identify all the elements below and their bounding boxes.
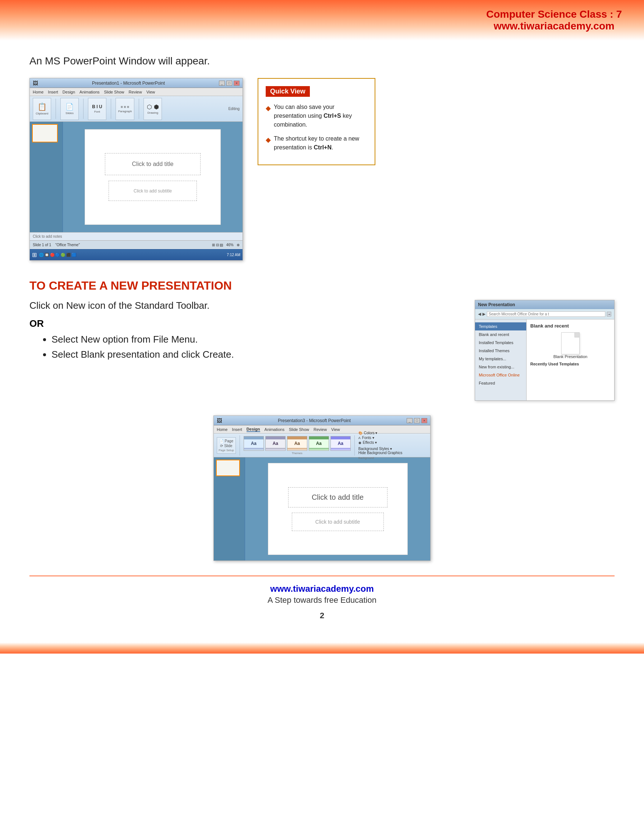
bullet-icon2: ◆ [266,135,271,152]
bullet-icon1: ◆ [266,104,271,129]
close-btn[interactable]: × [233,81,240,86]
ppt-titlebar2: 🖼 Presentation3 - Microsoft PowerPoint _… [214,416,430,425]
themes-row: Aa Aa Aa [244,436,351,451]
statusbar1: Slide 1 of 1 "Office Theme" ⊞ ⊟ ▤ 46% ⊕ [30,240,243,249]
sep1 [56,99,56,119]
slide-thumb2[interactable] [216,459,240,476]
slide2-subtitle-placeholder[interactable]: Click to add subtitle [292,513,384,531]
minimize-btn[interactable]: _ [219,81,225,86]
menu-slideshow[interactable]: Slide Show [104,90,124,94]
bg-styles-item[interactable]: Background Styles ▾ [359,447,403,451]
new-pres-dialog: New Presentation ◀ ▶ → Templates Blank a… [475,300,614,401]
or-text: OR [30,318,460,329]
menu-design[interactable]: Design [63,90,75,94]
bullet-item1: Select New option from File Menu. [52,334,460,345]
quick-view-title: Quick View [266,86,310,97]
page-setup-group: 📄 Page ⟳ Slide Page Setup [217,437,236,454]
quick-view-title-wrapper: Quick View [266,86,367,103]
theme3[interactable]: Aa [287,436,307,451]
slide2-title-placeholder[interactable]: Click to add title [288,487,387,508]
menu-animations[interactable]: Animations [80,90,99,94]
theme2[interactable]: Aa [265,436,285,451]
menu-review[interactable]: Review [129,90,142,94]
ppt-body1: Click to add title Click to add subtitle [30,122,243,232]
header-line1: Computer Science Class : 7 [486,8,622,20]
sidebar-installed-themes[interactable]: Installed Themes [475,347,526,355]
status-right: ⊞ ⊟ ▤ 46% ⊕ [212,243,240,247]
footer-url: www.tiwariacademy.com [30,583,614,594]
ppt-section1: 🖼 Presentation1 - Microsoft PowerPoint _… [30,78,614,260]
slide-main2: Click to add title Click to add subtitle [245,458,430,560]
slide-status: Slide 1 of 1 "Office Theme" [33,243,80,247]
restore-btn2[interactable]: □ [414,418,420,423]
colors-label: Colors ▾ [364,431,378,435]
font-group: B I U Font [88,98,107,120]
window-controls2: _ □ × [407,418,427,423]
menu-home[interactable]: Home [33,90,44,94]
slide1-title-placeholder[interactable]: Click to add title [105,153,201,175]
bullet-item2: Select Blank presentation and click Crea… [52,349,460,360]
sidebar-installed-templates[interactable]: Installed Templates [475,339,526,347]
close-btn2[interactable]: × [421,418,427,423]
ppt-window2: 🖼 Presentation3 - Microsoft PowerPoint _… [213,416,431,561]
colors-item[interactable]: 🎨 Colors ▾ [359,431,403,435]
slide-thumb1[interactable] [32,124,58,143]
sidebar-blank-recent[interactable]: Blank and recent [475,331,526,339]
fonts-label: Fonts ▾ [362,436,374,440]
sep-r2-2 [354,435,355,456]
theme5[interactable]: Aa [331,436,351,451]
hide-bg-item[interactable]: Hide Background Graphics [359,451,403,455]
paragraph-group: ≡ ≡ ≡ Paragraph [116,98,134,120]
menu2-design[interactable]: Design [246,427,260,432]
header-line2: www.tiwariacademy.com [486,20,622,32]
ppt-window-title2: Presentation3 - Microsoft PowerPoint [222,418,407,423]
new-pres-section: Click on New icon of the Standard Toolba… [30,300,614,401]
drawing-group: ⬡ ⬢ Drawing [144,98,162,120]
menu2-home[interactable]: Home [217,427,227,432]
blank-pres-label: Blank Presentation [553,354,587,359]
dialog-titlebar: New Presentation [475,300,614,309]
sidebar-new-existing[interactable]: New from existing... [475,363,526,371]
new-pres-text: Click on New icon of the Standard Toolba… [30,300,460,368]
ppt-window-title1: Presentation1 - Microsoft PowerPoint [38,81,219,86]
theme4[interactable]: Aa [309,436,329,451]
minimize-btn2[interactable]: _ [407,418,412,423]
search-button[interactable]: → [607,312,611,317]
effects-label: Effects ▾ [363,441,377,445]
search-input[interactable] [487,311,605,317]
effects-item[interactable]: ◉ Effects ▾ [359,441,403,445]
notes-bar1[interactable]: Click to add notes [30,232,243,240]
editing-group: Editing [228,107,240,111]
menu2-view[interactable]: View [331,427,340,432]
menu2-review[interactable]: Review [313,427,327,432]
ppt-window1: 🖼 Presentation1 - Microsoft PowerPoint _… [30,78,243,260]
theme1[interactable]: Aa [244,436,264,451]
fonts-item[interactable]: A Fonts ▾ [359,436,403,440]
sep4 [139,99,139,119]
back-icon[interactable]: ◀ [478,312,481,317]
slide1-subtitle-placeholder[interactable]: Click to add subtitle [108,181,197,201]
ppt-window2-wrapper: 🖼 Presentation3 - Microsoft PowerPoint _… [30,416,614,561]
sidebar-my-templates[interactable]: My templates... [475,355,526,363]
dialog-main: Blank and recent Blank Presentation Rece… [526,320,614,400]
sidebar-featured[interactable]: Featured [475,379,526,387]
intro-text: An MS PowerPoint Window will appear. [30,55,614,67]
menu2-animations[interactable]: Animations [265,427,284,432]
main-content: An MS PowerPoint Window will appear. 🖼 P… [0,41,644,643]
bottom-bar [0,643,644,654]
sep3 [111,99,111,119]
quick-view-item1: ◆ You can also save your presentation us… [266,103,367,129]
dialog-sidebar: Templates Blank and recent Installed Tem… [475,320,526,400]
menu-view[interactable]: View [146,90,155,94]
menu2-insert[interactable]: Insert [232,427,242,432]
background-styles-container: Background Styles ▾ Hide Background Grap… [359,447,403,455]
forward-icon[interactable]: ▶ [483,312,486,317]
menu2-slideshow[interactable]: Slide Show [289,427,309,432]
slides-group: 📄 Slides [60,98,79,120]
sidebar-office-online[interactable]: Microsoft Office Online [475,371,526,379]
sidebar-templates[interactable]: Templates [475,322,526,331]
menu-insert[interactable]: Insert [48,90,58,94]
page-number: 2 [30,611,614,621]
blank-presentation-icon[interactable] [561,332,580,354]
restore-btn[interactable]: □ [226,81,232,86]
